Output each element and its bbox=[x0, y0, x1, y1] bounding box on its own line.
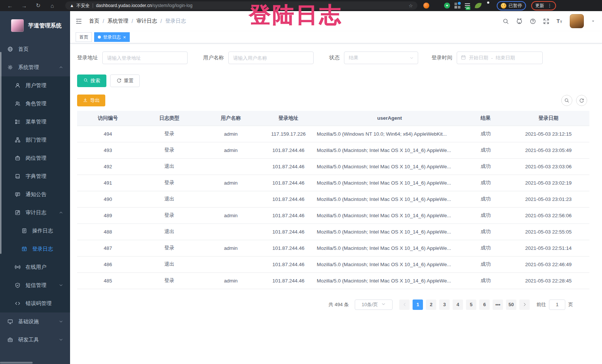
page-button-6[interactable]: 6 bbox=[479, 300, 490, 310]
filter-username: 用户名称 bbox=[203, 52, 314, 64]
cell-login-date: 2021-05-03 23:05:49 bbox=[507, 142, 589, 158]
sidebar-item-home[interactable]: 首页 bbox=[0, 40, 70, 58]
page-button-50[interactable]: 50 bbox=[506, 300, 516, 310]
profile-paused-chip[interactable]: 已暂停 bbox=[497, 1, 526, 10]
page-button-5[interactable]: 5 bbox=[466, 300, 476, 310]
reload-icon[interactable]: ↻ bbox=[35, 2, 42, 9]
cell-username: admin bbox=[200, 175, 262, 191]
page-button-4[interactable]: 4 bbox=[453, 300, 463, 310]
sidebar-item-sms[interactable]: 短信管理 bbox=[0, 276, 70, 294]
sidebar-item-post[interactable]: 岗位管理 bbox=[0, 149, 70, 167]
close-icon[interactable]: × bbox=[123, 35, 126, 40]
reset-button[interactable]: 重置 bbox=[110, 75, 140, 87]
login-address-input[interactable] bbox=[102, 52, 188, 64]
cell-login-address: 101.87.244.46 bbox=[261, 191, 315, 207]
export-button[interactable]: 导出 bbox=[77, 95, 105, 106]
username-label: 用户名称 bbox=[203, 54, 224, 61]
sidebar-item-dict[interactable]: 字典管理 bbox=[0, 167, 70, 185]
code-icon bbox=[14, 301, 20, 307]
sidebar-item-notice[interactable]: 通知公告 bbox=[0, 185, 70, 203]
user-avatar[interactable] bbox=[570, 14, 584, 28]
sidebar-item-role[interactable]: 角色管理 bbox=[0, 95, 70, 113]
cell-login-date: 2021-05-03 22:46:49 bbox=[507, 256, 589, 272]
breadcrumb-item[interactable]: 系统管理 bbox=[108, 18, 128, 24]
app-logo-row[interactable]: 芋道管理系统 bbox=[0, 11, 70, 40]
prev-page-button[interactable] bbox=[399, 300, 410, 310]
breadcrumb: 首页/系统管理/审计日志/登录日志 bbox=[89, 18, 186, 24]
sidebar-item-user[interactable]: 用户管理 bbox=[0, 76, 70, 95]
document-icon bbox=[21, 228, 27, 234]
cell-log-type: 登录 bbox=[139, 240, 200, 256]
browser-update-button[interactable]: 更新 ⋮ bbox=[531, 1, 556, 10]
sidebar-item-dept[interactable]: 部门管理 bbox=[0, 131, 70, 149]
sidebar-item-operate-log[interactable]: 操作日志 bbox=[0, 222, 70, 240]
table-row: 488退出101.87.244.46Mozilla/5.0 (Macintosh… bbox=[77, 224, 589, 240]
page-button-2[interactable]: 2 bbox=[426, 300, 436, 310]
green-sprout-extension-icon[interactable] bbox=[475, 2, 482, 9]
hide-search-button[interactable] bbox=[561, 95, 572, 106]
extensions-puzzle-icon[interactable] bbox=[486, 3, 492, 9]
fullscreen-icon[interactable] bbox=[543, 18, 549, 24]
home-icon[interactable]: ⌂ bbox=[49, 3, 56, 9]
hamburger-icon[interactable] bbox=[75, 18, 82, 25]
sidebar-item-dev-tools[interactable]: 研发工具 bbox=[0, 331, 70, 349]
orange-extension-icon[interactable] bbox=[423, 3, 429, 9]
cell-username bbox=[200, 256, 262, 272]
next-page-button[interactable] bbox=[519, 300, 530, 310]
date-range-picker[interactable]: 开始日期 - 结束日期 bbox=[457, 52, 543, 64]
tab-登录日志[interactable]: 登录日志× bbox=[94, 32, 130, 42]
sidebar-item-error-code[interactable]: 错误码管理 bbox=[0, 294, 70, 312]
bookmark-star-icon[interactable]: ☆ bbox=[408, 3, 413, 9]
search-icon[interactable] bbox=[503, 18, 509, 24]
browser-menu-icon[interactable]: ⋮ bbox=[548, 4, 552, 7]
cell-username bbox=[200, 224, 262, 240]
sidebar-item-online-user[interactable]: 在线用户 bbox=[0, 258, 70, 276]
page-button-1[interactable]: 1 bbox=[413, 300, 423, 310]
breadcrumb-item[interactable]: 首页 bbox=[89, 18, 99, 24]
tags-view-bar: 首页登录日志× bbox=[70, 31, 602, 43]
cell-log-type: 退出 bbox=[139, 158, 200, 175]
page-button-3[interactable]: 3 bbox=[439, 300, 450, 310]
download-icon bbox=[83, 97, 88, 104]
breadcrumb-item[interactable]: 审计日志 bbox=[136, 18, 157, 24]
username-input[interactable] bbox=[228, 52, 314, 64]
sidebar-item-menu[interactable]: 菜单管理 bbox=[0, 113, 70, 131]
sidebar-item-system[interactable]: 系统管理 bbox=[0, 58, 70, 76]
sidebar-item-audit-log[interactable]: 审计日志 bbox=[0, 203, 70, 222]
search-button[interactable]: 搜索 bbox=[77, 75, 106, 87]
status-select[interactable]: 结果 bbox=[344, 52, 418, 64]
cell-user-agent: Mozilla/5.0 (Windows NT 10.0; Win64; x64… bbox=[315, 126, 464, 142]
sidebar-scrollbar-horizontal[interactable] bbox=[0, 362, 33, 364]
dictionary-icon bbox=[14, 173, 20, 179]
help-icon[interactable] bbox=[530, 18, 536, 24]
announcement-icon bbox=[14, 192, 20, 198]
grid-extension-icon[interactable] bbox=[454, 3, 460, 9]
table-row: 489登录admin101.87.244.46Mozilla/5.0 (Maci… bbox=[77, 207, 589, 224]
cell-result: 成功 bbox=[464, 240, 507, 256]
paused-label: 已暂停 bbox=[509, 3, 522, 9]
pagination-ellipsis[interactable]: ••• bbox=[493, 300, 503, 310]
page-size-select[interactable]: 10条/页 bbox=[355, 300, 393, 310]
sidebar-item-login-log[interactable]: 登录日志 bbox=[0, 240, 70, 258]
sidebar-item-infra[interactable]: 基础设施 bbox=[0, 312, 70, 331]
switch-on-extension-icon[interactable]: on bbox=[465, 3, 471, 9]
update-label: 更新 bbox=[535, 3, 544, 9]
forward-icon[interactable]: → bbox=[21, 3, 27, 9]
url-bar[interactable]: ▲ 不安全 dashboard.yudao.iocoder.cn/system/… bbox=[65, 1, 417, 10]
site-security-chip[interactable]: ▲ 不安全 bbox=[70, 3, 90, 9]
tab-首页[interactable]: 首页 bbox=[76, 32, 92, 42]
caret-down-icon[interactable] bbox=[591, 19, 595, 23]
blue-gem-extension-icon[interactable] bbox=[434, 3, 440, 9]
svg-text:T: T bbox=[557, 18, 560, 24]
login-address-label: 登录地址 bbox=[77, 54, 98, 61]
back-icon[interactable]: ← bbox=[7, 3, 13, 9]
refresh-table-button[interactable] bbox=[576, 95, 587, 106]
table-row: 494登录admin117.159.17.226Mozilla/5.0 (Win… bbox=[77, 126, 589, 142]
cell-login-date: 2021-05-03 22:56:06 bbox=[507, 207, 589, 224]
green-heart-extension-icon[interactable]: ♥ bbox=[444, 3, 450, 9]
org-tree-icon bbox=[14, 137, 20, 143]
github-icon[interactable] bbox=[516, 18, 523, 24]
sidebar-scrollbar-vertical[interactable] bbox=[0, 52, 1, 254]
goto-page-input[interactable] bbox=[549, 300, 565, 310]
font-size-icon[interactable]: TT bbox=[556, 18, 563, 24]
